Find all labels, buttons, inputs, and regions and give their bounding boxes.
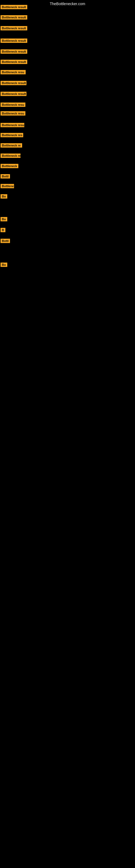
- bottleneck-badge: Bottleneck resu: [1, 111, 26, 116]
- bottleneck-badge: Bottleneck: [1, 164, 18, 168]
- bottleneck-badge: Bottl: [1, 239, 10, 243]
- bottleneck-badge: Bottleneck result: [1, 38, 27, 43]
- bottleneck-badge: Bo: [1, 262, 7, 267]
- bottleneck-badge: Bottleneck result: [1, 26, 27, 30]
- bottleneck-badge: Bottleneck result: [1, 92, 27, 96]
- bottleneck-badge: Bottleneck result: [1, 50, 27, 54]
- bottleneck-badge: Bottleneck result: [1, 81, 27, 85]
- bottleneck-badge: Bottleneck resu: [1, 102, 26, 107]
- bottleneck-badge: Bottleneck result: [1, 15, 27, 20]
- bottleneck-badge: Bottleneck resu: [1, 70, 26, 74]
- bottleneck-badge: Bottleneck res: [1, 133, 23, 137]
- bottleneck-badge: Bottl: [1, 174, 10, 179]
- bottleneck-badge: Bottleneck re: [1, 143, 22, 148]
- bottleneck-badge: Bo: [1, 194, 7, 198]
- bottleneck-badge: Bottleneck res: [1, 154, 20, 158]
- bottleneck-badge: Bottleneck result: [1, 5, 27, 9]
- bottleneck-badge: B: [1, 228, 5, 232]
- bottleneck-badge: Bo: [1, 217, 7, 221]
- bottleneck-badge: Bottleneck resu: [1, 123, 24, 127]
- bottleneck-badge: Bottleneck result: [1, 60, 27, 64]
- bottleneck-badge: Bottlene: [1, 184, 14, 188]
